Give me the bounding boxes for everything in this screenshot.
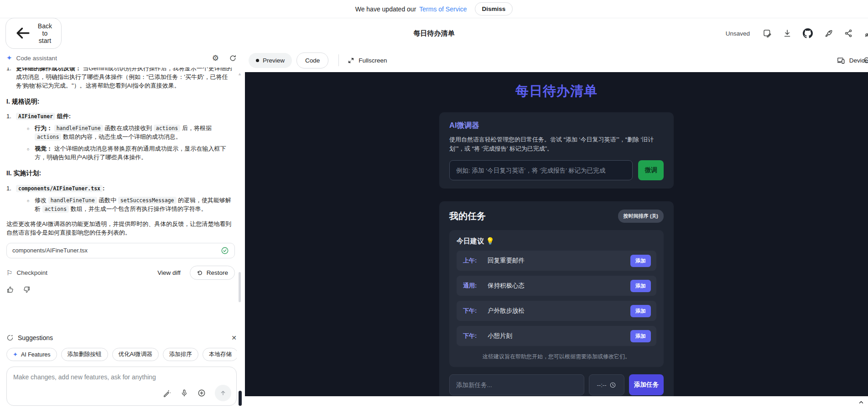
app-window: We have updated our Terms of Service Dis…: [0, 0, 868, 409]
flag-icon: ⚐: [6, 268, 12, 278]
tos-banner: We have updated our Terms of Service Dis…: [0, 0, 868, 18]
arrow-up-icon: [219, 389, 227, 397]
suggestions-title: Suggestions: [18, 334, 53, 341]
add-suggestion-button[interactable]: 添加: [630, 330, 651, 342]
list-item: 1. AIFineTuner 组件: ○ 行为： handleFineTune …: [6, 112, 235, 162]
save-status: Unsaved: [726, 30, 750, 37]
download-icon[interactable]: [783, 29, 792, 38]
plan-heading: II. 实施计划:: [6, 168, 235, 178]
chat-scrollbar-thumb[interactable]: [239, 272, 241, 302]
restore-icon: [197, 270, 203, 276]
fullscreen-button[interactable]: Fullscreen: [348, 57, 387, 64]
bottom-strip: [245, 396, 868, 409]
suggestion-chip[interactable]: 添加排序: [163, 348, 198, 361]
bullet-icon: ○: [27, 145, 35, 162]
plan-bullet: ○ 修改 handleFineTune 函数中 setSuccessMessag…: [16, 196, 235, 214]
ai-tuner-heading: AI微调器: [449, 121, 664, 131]
code-span: actions: [154, 125, 180, 132]
composer: [6, 367, 237, 406]
restore-button[interactable]: Restore: [190, 266, 235, 280]
suggestion-task-row: 通用: 保持积极心态 添加: [457, 276, 656, 296]
task-time-label: 下午:: [463, 332, 488, 340]
scroll-top-icon[interactable]: [858, 399, 864, 405]
list-item: 1. components/AIFineTuner.tsx: ○ 修改 hand…: [6, 184, 235, 214]
suggestion-task-row: 下午: 户外散步放松 添加: [457, 301, 656, 321]
ai-tuner-card: AI微调器 使用自然语言轻松管理您的日常任务。尝试 “添加 ‘今日复习英语’”，…: [439, 112, 674, 189]
reload-preview-icon[interactable]: [863, 56, 868, 64]
deploy-rocket-icon[interactable]: [824, 29, 833, 38]
assistant-title: Code assistant: [16, 55, 57, 62]
task-time-label: 上午:: [463, 257, 488, 265]
fine-tune-button[interactable]: 微调: [638, 160, 664, 180]
my-tasks-card: 我的任务 按时间排序 (关) 今日建议 💡 上午: 回复重要邮件 添加: [439, 201, 674, 396]
fullscreen-icon: [348, 57, 354, 64]
task-text: 户外散步放松: [488, 307, 525, 315]
tos-message: We have updated our: [355, 5, 416, 13]
task-time-label: 下午:: [463, 307, 488, 315]
save-edit-icon[interactable]: [763, 29, 772, 38]
add-suggestion-button[interactable]: 添加: [630, 280, 651, 292]
main-split: ✦ Code assistant ⚙ ▲ 1. 更详细的操作成功反馈： 当Gem…: [0, 48, 868, 409]
clock-icon: [609, 382, 616, 388]
code-span: setSuccessMessage: [118, 197, 177, 204]
thumbs-up-icon[interactable]: [6, 286, 14, 294]
refresh-icon[interactable]: [229, 54, 237, 62]
add-task-button[interactable]: 添加任务: [629, 374, 664, 395]
close-icon[interactable]: ✕: [231, 334, 237, 341]
suggestion-chip[interactable]: 本地存储: [203, 348, 237, 361]
assistant-header-actions: ⚙: [212, 54, 237, 62]
app-title: 每日待办清单: [439, 82, 674, 100]
prompt-input[interactable]: [13, 373, 221, 381]
panel-resize-handle[interactable]: [239, 391, 242, 406]
composer-actions: [163, 385, 231, 401]
gear-icon[interactable]: ⚙: [212, 54, 219, 62]
daily-suggestions-heading: 今日建议 💡: [457, 237, 656, 246]
ai-tuner-description: 使用自然语言轻松管理您的日常任务。尝试 “添加 ‘今日复习英语’”，“删除 ‘旧…: [449, 135, 664, 153]
active-dot-icon: [256, 59, 259, 62]
share-icon[interactable]: [844, 29, 853, 38]
code-span: handleFineTune: [54, 125, 103, 132]
magic-pen-icon[interactable]: [163, 389, 171, 397]
suggestion-task-row: 下午: 小憩片刻 添加: [457, 326, 656, 346]
code-span: actions: [42, 205, 69, 213]
view-diff-link[interactable]: View diff: [157, 268, 181, 278]
app-preview: 每日待办清单 AI微调器 使用自然语言轻松管理您的日常任务。尝试 “添加 ‘今日…: [245, 72, 868, 396]
suggestions-footer: 这些建议旨在帮助您开始，您可以根据需要添加或修改它们。: [457, 353, 656, 361]
tasks-header: 我的任务 按时间排序 (关): [449, 210, 664, 223]
dismiss-button[interactable]: Dismiss: [475, 2, 513, 16]
new-task-input[interactable]: [449, 374, 584, 395]
tab-code[interactable]: Code: [296, 52, 328, 68]
task-text: 小憩片刻: [488, 332, 512, 340]
add-task-row: --:-- 添加任务: [449, 374, 664, 395]
bullet-icon: ○: [27, 124, 35, 142]
header: Back to start 每日待办清单 Unsaved: [0, 18, 868, 48]
mic-icon[interactable]: [180, 389, 188, 397]
tos-link[interactable]: Terms of Service: [419, 5, 467, 13]
thumbs-down-icon[interactable]: [23, 286, 31, 294]
suggestion-chip[interactable]: 优化AI微调器: [112, 348, 159, 361]
add-suggestion-button[interactable]: 添加: [630, 255, 651, 267]
api-key-slash-icon[interactable]: [864, 29, 868, 38]
file-name: components/AIFineTuner.tsx: [12, 246, 88, 255]
bullet-icon: ○: [27, 196, 35, 214]
sort-toggle-badge[interactable]: 按时间排序 (关): [618, 210, 664, 223]
device-icon: [837, 56, 845, 64]
send-button[interactable]: [215, 385, 231, 401]
add-suggestion-button[interactable]: 添加: [630, 305, 651, 317]
header-actions: Unsaved: [726, 28, 868, 38]
tab-preview[interactable]: Preview: [249, 53, 292, 68]
plus-circle-icon[interactable]: [198, 389, 206, 397]
toolbar-divider: [338, 54, 339, 66]
checkpoint-label: Checkpoint: [16, 268, 47, 278]
github-icon[interactable]: [803, 28, 813, 38]
suggestion-chip[interactable]: 添加删除按钮: [61, 348, 108, 361]
suggestions-section: Suggestions ✕ ✦ AI Features 添加删除按钮 优化AI微…: [0, 331, 243, 361]
suggestion-chip-ai-features[interactable]: ✦ AI Features: [6, 348, 57, 361]
ai-command-input[interactable]: [449, 160, 633, 180]
file-chip[interactable]: components/AIFineTuner.tsx: [6, 243, 235, 258]
task-time-label: 通用:: [463, 282, 488, 290]
scrollbar-up-arrow[interactable]: ▲: [238, 71, 242, 77]
preview-toolbar: Preview Code Fullscreen Device: [245, 48, 868, 72]
spec-heading: I. 规格说明:: [6, 97, 235, 106]
task-time-input[interactable]: --:--: [589, 374, 624, 395]
